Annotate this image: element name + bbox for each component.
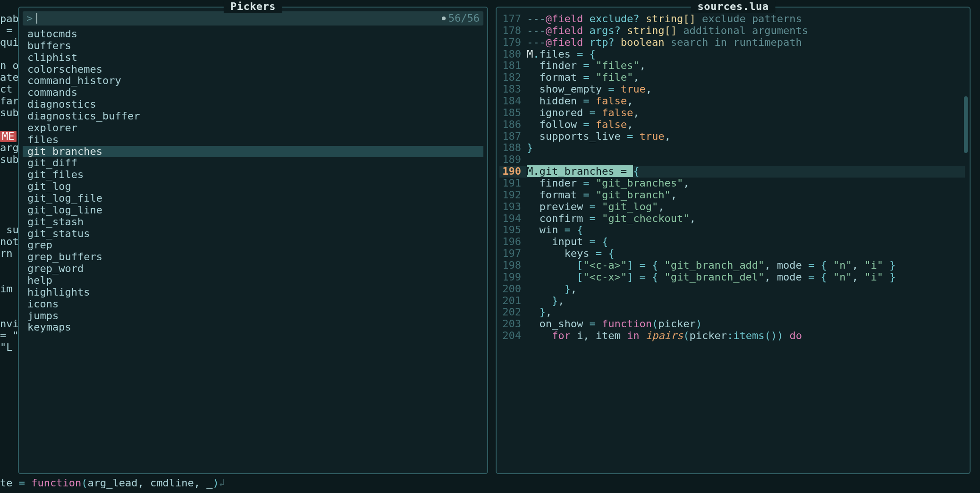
- line-number: 178: [499, 25, 527, 37]
- picker-item[interactable]: git_status: [23, 228, 483, 240]
- code-content: ["<c-a>"] = { "git_branch_add", mode = {…: [527, 260, 965, 272]
- code-line: 191 finder = "git_branches",: [499, 178, 965, 189]
- code-line: 192 format = "git_branch",: [499, 189, 965, 201]
- line-number: 204: [499, 330, 527, 342]
- code-line: 178---@field args? string[] additional a…: [499, 25, 965, 37]
- line-number: 201: [499, 295, 527, 307]
- picker-item[interactable]: git_files: [23, 169, 483, 181]
- preview-scrollbar[interactable]: [964, 96, 968, 153]
- picker-item[interactable]: diagnostics: [23, 99, 483, 110]
- picker-item[interactable]: files: [23, 134, 483, 146]
- picker-item[interactable]: autocmds: [23, 28, 483, 40]
- picker-item[interactable]: git_log_file: [23, 193, 483, 204]
- picker-item[interactable]: keymaps: [23, 322, 483, 333]
- code-line: 180M.files = {: [499, 49, 965, 60]
- code-line: 196 input = {: [499, 236, 965, 248]
- prompt-caret-icon: >: [26, 13, 33, 25]
- line-number: 200: [499, 283, 527, 295]
- code-line: 199 ["<c-x>"] = { "git_branch_del", mode…: [499, 272, 965, 283]
- picker-item[interactable]: highlights: [23, 287, 483, 298]
- code-content: follow = false,: [527, 119, 965, 131]
- code-content: show_empty = true,: [527, 84, 965, 95]
- code-line: 181 finder = "files",: [499, 60, 965, 72]
- code-line: 203 on_show = function(picker): [499, 318, 965, 330]
- code-content: ["<c-x>"] = { "git_branch_del", mode = {…: [527, 272, 965, 283]
- picker-item[interactable]: commands: [23, 87, 483, 99]
- code-content: },: [527, 283, 965, 295]
- code-content: finder = "files",: [527, 60, 965, 72]
- line-number: 185: [499, 107, 527, 119]
- picker-list[interactable]: autocmdsbufferscliphistcolorschemescomma…: [23, 28, 483, 468]
- picker-item[interactable]: diagnostics_buffer: [23, 110, 483, 122]
- code-content: format = "git_branch",: [527, 189, 965, 201]
- picker-item[interactable]: git_stash: [23, 216, 483, 228]
- diagnostic-badge: ME: [0, 131, 17, 143]
- code-line: 193 preview = "git_log",: [499, 201, 965, 213]
- picker-item[interactable]: help: [23, 275, 483, 287]
- line-number: 195: [499, 224, 527, 236]
- line-number: 186: [499, 119, 527, 131]
- preview-code[interactable]: 177---@field exclude? string[] exclude p…: [497, 12, 970, 343]
- code-line: 189: [499, 154, 965, 166]
- code-content: ---@field rtp? boolean search in runtime…: [527, 37, 965, 49]
- picker-item[interactable]: grep: [23, 239, 483, 251]
- picker-item[interactable]: git_branches: [23, 146, 483, 158]
- picker-item[interactable]: jumps: [23, 310, 483, 322]
- code-content: input = {: [527, 236, 965, 248]
- picker-item[interactable]: colorschemes: [23, 64, 483, 76]
- picker-item[interactable]: git_diff: [23, 157, 483, 169]
- picker-prompt[interactable]: > 56/56: [23, 11, 483, 26]
- line-number: 184: [499, 95, 527, 107]
- picker-item[interactable]: command_history: [23, 75, 483, 87]
- picker-item[interactable]: cliphist: [23, 52, 483, 64]
- picker-item[interactable]: git_log_line: [23, 204, 483, 216]
- line-number: 191: [499, 178, 527, 189]
- picker-search-input[interactable]: [37, 12, 439, 25]
- line-number: 189: [499, 154, 527, 166]
- line-number: 188: [499, 142, 527, 154]
- code-line: 186 follow = false,: [499, 119, 965, 131]
- code-line: 204 for i, item in ipairs(picker:items()…: [499, 330, 965, 342]
- code-line: 198 ["<c-a>"] = { "git_branch_add", mode…: [499, 260, 965, 272]
- picker-item[interactable]: buffers: [23, 40, 483, 52]
- picker-item[interactable]: git_log: [23, 181, 483, 193]
- code-content: ---@field args? string[] additional argu…: [527, 25, 965, 37]
- code-content: [527, 154, 965, 166]
- code-line: 185 ignored = false,: [499, 107, 965, 119]
- picker-item[interactable]: icons: [23, 298, 483, 310]
- line-number: 196: [499, 236, 527, 248]
- code-line: 202 },: [499, 306, 965, 318]
- code-line: 177---@field exclude? string[] exclude p…: [499, 13, 965, 25]
- code-line: 188}: [499, 142, 965, 154]
- line-number: 197: [499, 248, 527, 260]
- picker-item[interactable]: grep_buffers: [23, 251, 483, 263]
- code-content: win = {: [527, 224, 965, 236]
- code-content: },: [527, 295, 965, 307]
- code-content: },: [527, 306, 965, 318]
- code-content: format = "file",: [527, 72, 965, 84]
- code-content: }: [527, 142, 965, 154]
- picker-item[interactable]: explorer: [23, 122, 483, 134]
- line-number: 194: [499, 213, 527, 225]
- line-number: 177: [499, 13, 527, 25]
- code-line: 195 win = {: [499, 224, 965, 236]
- modified-dot-icon: [442, 17, 446, 20]
- line-number: 181: [499, 60, 527, 72]
- code-content: keys = {: [527, 248, 965, 260]
- code-content: supports_live = true,: [527, 131, 965, 143]
- code-line: 190M.git_branches = {: [499, 166, 965, 178]
- code-content: preview = "git_log",: [527, 201, 965, 213]
- line-number: 182: [499, 72, 527, 84]
- code-line: 201 },: [499, 295, 965, 307]
- code-content: M.git_branches = {: [527, 166, 965, 178]
- line-number: 193: [499, 201, 527, 213]
- code-line: 197 keys = {: [499, 248, 965, 260]
- picker-item[interactable]: grep_word: [23, 263, 483, 275]
- code-content: confirm = "git_checkout",: [527, 213, 965, 225]
- code-content: hidden = false,: [527, 95, 965, 107]
- code-line: 184 hidden = false,: [499, 95, 965, 107]
- code-line: 183 show_empty = true,: [499, 84, 965, 95]
- code-line: 182 format = "file",: [499, 72, 965, 84]
- line-number: 203: [499, 318, 527, 330]
- picker-count: 56/56: [448, 13, 480, 25]
